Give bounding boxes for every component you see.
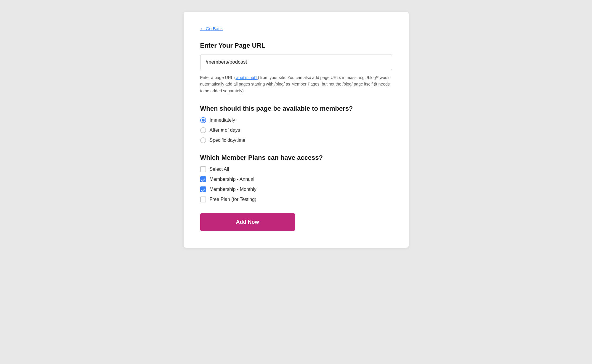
checkbox-select-all[interactable]: Select All <box>200 166 392 172</box>
radio-after-days-label: After # of days <box>210 128 240 133</box>
url-hint-before: Enter a page URL ( <box>200 75 236 80</box>
radio-specific-time-label: Specific day/time <box>210 138 246 143</box>
checkbox-select-all-label: Select All <box>210 167 229 172</box>
checkbox-select-all-control[interactable] <box>200 166 206 172</box>
checkbox-membership-annual-control[interactable] <box>200 176 206 182</box>
checkbox-membership-monthly[interactable]: Membership - Monthly <box>200 186 392 192</box>
radio-after-days[interactable]: After # of days <box>200 127 392 133</box>
url-section: Enter Your Page URL Enter a page URL (wh… <box>200 42 392 94</box>
radio-after-days-control[interactable] <box>200 127 206 133</box>
main-card: ← Go Back Enter Your Page URL Enter a pa… <box>184 12 409 248</box>
checkbox-membership-annual[interactable]: Membership - Annual <box>200 176 392 182</box>
availability-section: When should this page be available to me… <box>200 105 392 143</box>
plans-title: Which Member Plans can have access? <box>200 154 392 162</box>
checkbox-free-plan-label: Free Plan (for Testing) <box>210 197 256 202</box>
radio-immediately-control[interactable] <box>200 117 206 123</box>
availability-radio-group: Immediately After # of days Specific day… <box>200 117 392 143</box>
checkbox-free-plan-control[interactable] <box>200 197 206 202</box>
checkbox-membership-monthly-control[interactable] <box>200 186 206 192</box>
checkbox-membership-annual-label: Membership - Annual <box>210 177 254 182</box>
radio-specific-time-control[interactable] <box>200 137 206 143</box>
radio-immediately-label: Immediately <box>210 117 235 123</box>
plans-section: Which Member Plans can have access? Sele… <box>200 154 392 202</box>
radio-specific-time[interactable]: Specific day/time <box>200 137 392 143</box>
checkbox-membership-monthly-label: Membership - Monthly <box>210 187 256 192</box>
url-section-title: Enter Your Page URL <box>200 42 392 49</box>
go-back-link[interactable]: ← Go Back <box>200 26 223 31</box>
url-hint: Enter a page URL (what's that?) from you… <box>200 74 392 94</box>
availability-title: When should this page be available to me… <box>200 105 392 112</box>
radio-immediately[interactable]: Immediately <box>200 117 392 123</box>
url-input[interactable] <box>200 54 392 70</box>
add-now-button[interactable]: Add Now <box>200 213 295 231</box>
checkbox-free-plan[interactable]: Free Plan (for Testing) <box>200 197 392 202</box>
plans-checkbox-group: Select All Membership - Annual Membershi… <box>200 166 392 202</box>
whats-that-link[interactable]: what's that? <box>236 75 258 80</box>
